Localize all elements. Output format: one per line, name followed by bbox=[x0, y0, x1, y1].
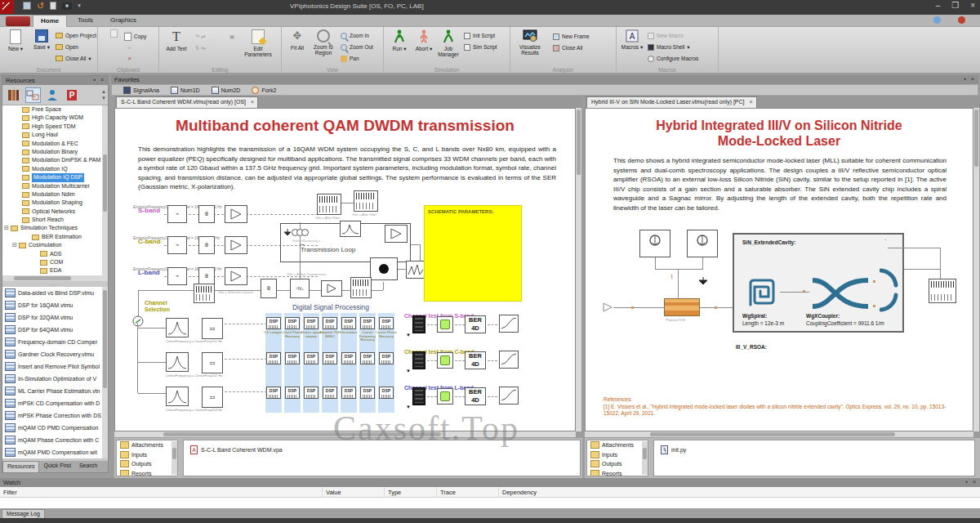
close-panel-icon[interactable]: × bbox=[973, 479, 978, 485]
resource-file-item[interactable]: Frequency-domain CD Comper bbox=[2, 336, 102, 348]
zoom-out-button[interactable]: Zoom Out bbox=[341, 42, 373, 51]
dsp-stage[interactable]: DSP Adaptive TDE MIMO DSP DSP bbox=[322, 313, 338, 413]
resource-file-item[interactable]: mPSK CD Compensation with D bbox=[2, 397, 102, 409]
minimize-button[interactable]: – bbox=[936, 1, 941, 10]
schematic-parameters-note[interactable]: SCHEMATIC PARAMETERS: bbox=[424, 205, 522, 302]
favorite-num1d[interactable]: Num1D bbox=[171, 87, 200, 94]
new-macro-button[interactable]: New Macro bbox=[648, 31, 684, 40]
dsp-stage[interactable]: DSP Clock Phase Recovery DSP DSP bbox=[284, 313, 301, 413]
zoom-to-region-button[interactable]: Zoom to Region bbox=[310, 29, 337, 56]
right-doc-tab[interactable]: Hybrid III-V on SiN Mode-Locked Laser.vt… bbox=[586, 96, 757, 108]
rsoa-chip-block[interactable] bbox=[664, 298, 700, 316]
tree-item[interactable]: BER Estimation bbox=[2, 233, 102, 241]
tree-item[interactable]: High Speed TDM bbox=[2, 123, 102, 131]
spectrum-analyzer-block[interactable] bbox=[350, 277, 372, 298]
resource-file-item[interactable]: Insert and Remove Pilot Symbol bbox=[2, 360, 102, 373]
job-manager-button[interactable]: Job Manager bbox=[434, 29, 462, 57]
init-script-button[interactable]: Init Script bbox=[464, 31, 495, 40]
close-tab-icon[interactable]: × bbox=[251, 99, 254, 105]
watch-col-dependency[interactable]: Dependency bbox=[498, 487, 980, 497]
add-text-button[interactable]: TAdd Text bbox=[163, 29, 190, 51]
channel-test-row[interactable]: Channel test from S-band ▼ BER4D bbox=[404, 306, 568, 342]
amplifier-block[interactable] bbox=[225, 236, 247, 254]
file-menu-button[interactable] bbox=[6, 16, 30, 26]
snapshot-icon[interactable] bbox=[62, 2, 72, 10]
left-doc-canvas[interactable]: Multiband coherent QAM DWDM transmission… bbox=[114, 108, 576, 431]
flip-button[interactable]: ⇅ ⇆ bbox=[195, 43, 206, 52]
tree-item[interactable]: Modulation IQ bbox=[2, 165, 102, 173]
restore-button[interactable]: ❐ bbox=[951, 1, 959, 10]
help-icon[interactable] bbox=[933, 16, 941, 24]
run-button[interactable]: Run ▾ bbox=[385, 29, 413, 51]
modulator-block[interactable]: θ bbox=[198, 267, 215, 285]
page-icon[interactable] bbox=[50, 2, 56, 10]
pin-icon[interactable]: ▪ bbox=[93, 77, 96, 83]
rotate-button[interactable]: ↷ ⇄ bbox=[195, 32, 206, 41]
tree-item[interactable]: High Capacity WDM bbox=[2, 114, 102, 122]
spectrum-analyzer-block[interactable] bbox=[354, 190, 378, 212]
visualize-results-button[interactable]: Visualize Results bbox=[514, 29, 546, 56]
favorite-num2d[interactable]: Num2D bbox=[212, 87, 241, 94]
resource-file-item[interactable]: DSP for 16QAM.vtmu bbox=[2, 299, 102, 311]
right-doc-vscrollbar[interactable] bbox=[973, 108, 979, 431]
tree-item[interactable]: ⊟ Cosimulation bbox=[2, 241, 102, 249]
undo-icon[interactable]: ↺ bbox=[37, 2, 44, 10]
left-doc-vscrollbar[interactable] bbox=[576, 108, 581, 431]
tree-item[interactable]: Modulation Ndim bbox=[2, 190, 102, 199]
modulator-block[interactable]: θ bbox=[198, 236, 215, 254]
dsp-stage[interactable]: DSP Stokes space rotation DSP DSP bbox=[303, 313, 319, 413]
copy-button[interactable]: Copy bbox=[124, 32, 146, 41]
scroll-updown-icons[interactable]: ▲▼ bbox=[101, 88, 106, 101]
watch-col-trace[interactable]: Trace bbox=[436, 487, 498, 497]
resource-file-item[interactable]: ML Carrier Phase Estimation.vtn bbox=[2, 385, 102, 397]
resource-file-item[interactable]: mPSK Phase Correction with DS bbox=[2, 409, 102, 422]
spectrum-analyzer-block[interactable] bbox=[317, 194, 341, 215]
receiver-row[interactable]: ⚏ CenterFrequency = CenterFreqCh2 Hz bbox=[166, 352, 264, 387]
tree-item[interactable]: Modulation Multicarrier bbox=[2, 182, 102, 190]
configure-macros-button[interactable]: Configure Macros bbox=[648, 54, 698, 63]
files-vscrollbar[interactable] bbox=[102, 287, 108, 458]
tree-item[interactable]: EDA bbox=[2, 266, 102, 275]
tree-item[interactable]: ADS bbox=[2, 250, 102, 258]
close-button[interactable]: × bbox=[970, 1, 975, 10]
close-panel-icon[interactable]: × bbox=[100, 77, 105, 83]
pan-button[interactable]: Pan bbox=[341, 54, 359, 63]
laser-block[interactable]: ⌁ bbox=[167, 267, 187, 285]
att-scrollbar[interactable] bbox=[172, 441, 177, 475]
watch-col-value[interactable]: Value bbox=[322, 487, 384, 497]
right-doc-canvas[interactable]: Hybrid Integrated III/V on Silicon Nitri… bbox=[585, 108, 973, 431]
tree-item[interactable]: Modulation DmPSK & PAM bbox=[2, 156, 102, 164]
pin-icon[interactable]: ▪ bbox=[965, 479, 969, 485]
tree-item[interactable]: ⊟ Simulation Techniques bbox=[2, 224, 102, 232]
new-frame-button[interactable]: New Frame bbox=[553, 32, 590, 41]
tab-resources[interactable]: Resources bbox=[2, 461, 39, 472]
attachment-file[interactable]: ϡinit.py bbox=[654, 440, 974, 454]
resource-file-item[interactable]: Data-aided vs Blind DSP.vtmu bbox=[2, 287, 102, 299]
tab-home[interactable]: Home bbox=[33, 15, 67, 27]
tree-vscrollbar[interactable] bbox=[102, 105, 108, 275]
coupler-block[interactable] bbox=[370, 257, 398, 280]
amplifier-block[interactable] bbox=[225, 267, 247, 285]
modulator-block[interactable]: θ bbox=[261, 279, 277, 298]
left-doc-tab[interactable]: S-C-L Band Coherent WDM.vtmu(read only) … bbox=[116, 96, 258, 108]
tab-graphics[interactable]: Graphics bbox=[103, 15, 144, 27]
tree-item[interactable]: Long Haul bbox=[2, 131, 102, 139]
dsp-stage[interactable]: DSP CD compen. DSP DSP bbox=[265, 313, 282, 413]
dsp-stage[interactable]: DSP Decimation DSP DSP bbox=[341, 313, 357, 413]
app-logo-icon[interactable] bbox=[0, 0, 14, 14]
amplifier-block[interactable] bbox=[225, 205, 247, 223]
tree-item[interactable]: Optical Networks bbox=[2, 208, 102, 216]
paste-button[interactable] bbox=[100, 29, 127, 39]
resource-file-item[interactable]: mQAM Phase Correction with C bbox=[2, 434, 102, 446]
pin-icon[interactable]: ▪ bbox=[964, 76, 967, 82]
open-button[interactable]: Open bbox=[56, 42, 78, 51]
tree-item[interactable]: Modulation IQ DSP bbox=[2, 173, 102, 181]
user-icon[interactable] bbox=[45, 87, 60, 103]
tab-quick-find[interactable]: Quick Find bbox=[39, 461, 74, 472]
attachment-folder[interactable]: Inputs bbox=[117, 450, 177, 460]
edit-parameters-button[interactable]: Edit Parameters bbox=[244, 29, 272, 57]
selected-channel-scope[interactable] bbox=[194, 284, 215, 303]
demos-icon[interactable] bbox=[25, 87, 41, 103]
mini-spectrum-block[interactable] bbox=[406, 261, 425, 279]
amplifier-block[interactable] bbox=[321, 280, 342, 297]
